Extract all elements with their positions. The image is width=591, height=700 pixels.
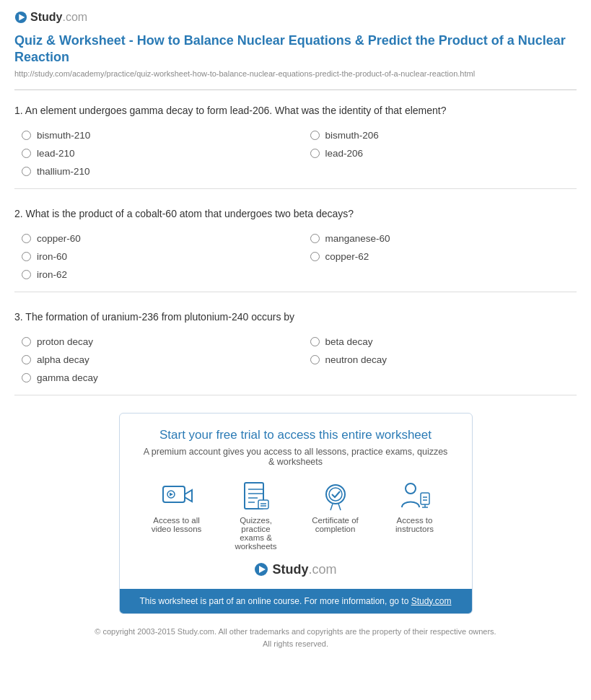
q3-label-a: proton decay bbox=[37, 336, 93, 347]
radio-q2c[interactable] bbox=[22, 252, 31, 261]
title-divider bbox=[14, 89, 577, 90]
q3-label-b: beta decay bbox=[325, 336, 373, 347]
radio-q2e[interactable] bbox=[22, 270, 31, 279]
radio-q1d[interactable] bbox=[310, 149, 320, 158]
q3-label-c: alpha decay bbox=[37, 354, 89, 365]
q2-option-e[interactable]: iron-62 bbox=[22, 269, 289, 280]
radio-q1a[interactable] bbox=[22, 131, 31, 140]
logo-area: Study.com bbox=[14, 11, 577, 24]
q1-option-d[interactable]: lead-206 bbox=[310, 148, 577, 159]
q3-option-b[interactable]: beta decay bbox=[310, 336, 577, 347]
q3-option-d[interactable]: neutron decay bbox=[310, 354, 577, 365]
video-icon bbox=[161, 480, 193, 512]
svg-marker-5 bbox=[170, 492, 173, 496]
cta-box: Start your free trial to access this ent… bbox=[119, 413, 473, 614]
q3-option-c[interactable]: alpha decay bbox=[22, 354, 289, 365]
cta-footer-link[interactable]: Study.com bbox=[411, 596, 452, 606]
question-2-block: 2. What is the product of a cobalt-60 at… bbox=[14, 206, 577, 292]
cta-footer-text: This worksheet is part of an online cour… bbox=[140, 596, 409, 606]
svg-point-15 bbox=[329, 488, 342, 501]
cta-title: Start your free trial to access this ent… bbox=[141, 428, 450, 442]
radio-q2d[interactable] bbox=[310, 252, 320, 261]
radio-q2a[interactable] bbox=[22, 234, 31, 243]
page-title: Quiz & Worksheet - How to Balance Nuclea… bbox=[14, 32, 577, 66]
q2-option-c[interactable]: iron-60 bbox=[22, 251, 289, 262]
cta-logo-row: Study.com bbox=[141, 562, 450, 577]
q2-label-b: manganese-60 bbox=[325, 233, 390, 244]
cta-instructor-item: Access toinstructors bbox=[386, 480, 444, 551]
svg-line-17 bbox=[338, 504, 341, 510]
svg-line-16 bbox=[330, 504, 333, 510]
q3-option-a[interactable]: proton decay bbox=[22, 336, 289, 347]
question-1-text: 1. An element undergoes gamma decay to f… bbox=[14, 103, 577, 118]
q1-label-b: bismuth-206 bbox=[325, 130, 379, 141]
cta-footer: This worksheet is part of an online cour… bbox=[120, 589, 472, 613]
copyright-line2: All rights reserved. bbox=[14, 638, 577, 651]
svg-marker-3 bbox=[185, 490, 192, 502]
cert-icon bbox=[320, 480, 351, 512]
copyright-area: © copyright 2003-2015 Study.com. All oth… bbox=[14, 626, 577, 651]
question-1-block: 1. An element undergoes gamma decay to f… bbox=[14, 103, 577, 189]
radio-q3c[interactable] bbox=[22, 355, 31, 364]
q1-label-c: lead-210 bbox=[37, 148, 75, 159]
q3-label-e: gamma decay bbox=[37, 372, 98, 383]
play-icon bbox=[14, 11, 27, 24]
q2-label-d: copper-62 bbox=[325, 251, 369, 262]
q2-option-a[interactable]: copper-60 bbox=[22, 233, 289, 244]
question-2-options: copper-60 manganese-60 iron-60 copper-62… bbox=[14, 233, 577, 280]
radio-q3e[interactable] bbox=[22, 373, 31, 382]
cta-quiz-item: Quizzes, practiceexams & worksheets bbox=[227, 480, 285, 551]
q1-label-d: lead-206 bbox=[325, 148, 364, 159]
q1-option-b[interactable]: bismuth-206 bbox=[310, 130, 577, 141]
q2-option-d[interactable]: copper-62 bbox=[310, 251, 577, 262]
cta-icons-row: Access to allvideo lessons Quizzes, p bbox=[141, 480, 450, 551]
person-icon bbox=[399, 480, 431, 512]
q1-option-a[interactable]: bismuth-210 bbox=[22, 130, 289, 141]
svg-point-18 bbox=[406, 484, 416, 494]
q1-label-e: thallium-210 bbox=[37, 166, 90, 177]
q3-option-e[interactable]: gamma decay bbox=[22, 372, 289, 383]
copyright-line1: © copyright 2003-2015 Study.com. All oth… bbox=[14, 626, 577, 639]
quiz-icon bbox=[240, 480, 272, 512]
radio-q3d[interactable] bbox=[310, 355, 320, 364]
cta-logo-text: Study.com bbox=[272, 562, 336, 577]
q2-label-e: iron-62 bbox=[37, 269, 67, 280]
svg-rect-11 bbox=[258, 500, 268, 509]
q2-label-c: iron-60 bbox=[37, 251, 67, 262]
cta-subtitle: A premium account gives you access to al… bbox=[141, 447, 450, 467]
radio-q1b[interactable] bbox=[310, 131, 320, 140]
radio-q2b[interactable] bbox=[310, 234, 320, 243]
cta-cert-item: Certificate ofcompletion bbox=[307, 480, 364, 551]
svg-rect-19 bbox=[421, 493, 429, 504]
question-3-options: proton decay beta decay alpha decay neut… bbox=[14, 336, 577, 383]
cta-cert-label: Certificate ofcompletion bbox=[312, 516, 359, 533]
cta-quiz-label: Quizzes, practiceexams & worksheets bbox=[227, 516, 285, 551]
logo-text: Study.com bbox=[30, 11, 87, 24]
q1-option-e[interactable]: thallium-210 bbox=[22, 166, 289, 177]
q2-option-b[interactable]: manganese-60 bbox=[310, 233, 577, 244]
page-url: http://study.com/academy/practice/quiz-w… bbox=[14, 69, 577, 78]
question-1-options: bismuth-210 bismuth-206 lead-210 lead-20… bbox=[14, 130, 577, 177]
cta-video-label: Access to allvideo lessons bbox=[152, 516, 202, 533]
cta-video-item: Access to allvideo lessons bbox=[148, 480, 206, 551]
radio-q3a[interactable] bbox=[22, 337, 31, 346]
radio-q1e[interactable] bbox=[22, 167, 31, 176]
question-2-text: 2. What is the product of a cobalt-60 at… bbox=[14, 206, 577, 222]
q3-label-d: neutron decay bbox=[325, 354, 388, 365]
radio-q3b[interactable] bbox=[310, 337, 320, 346]
radio-q1c[interactable] bbox=[22, 149, 31, 158]
cta-instructor-label: Access toinstructors bbox=[395, 516, 434, 533]
question-3-text: 3. The formation of uranium-236 from plu… bbox=[14, 310, 577, 325]
question-3-block: 3. The formation of uranium-236 from plu… bbox=[14, 310, 577, 395]
q1-option-c[interactable]: lead-210 bbox=[22, 148, 289, 159]
cta-play-icon bbox=[254, 562, 268, 577]
q1-label-a: bismuth-210 bbox=[37, 130, 90, 141]
svg-rect-2 bbox=[163, 486, 185, 502]
q2-label-a: copper-60 bbox=[37, 233, 81, 244]
